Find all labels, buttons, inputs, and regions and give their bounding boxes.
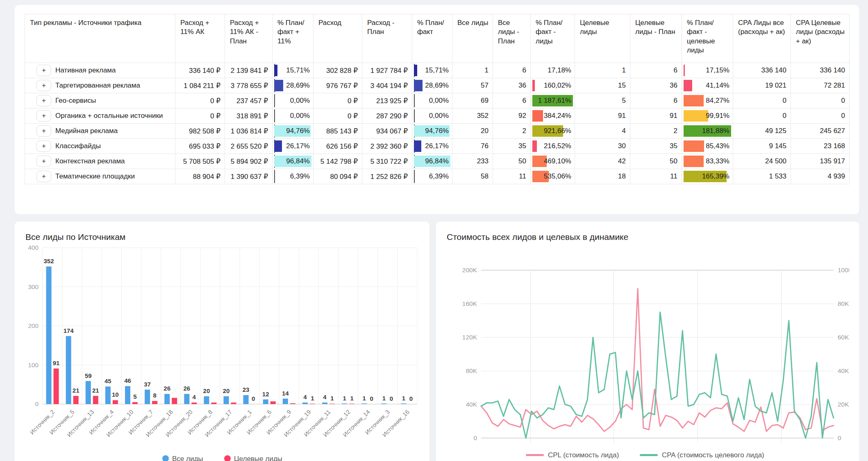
percent-value: 15,71%	[286, 63, 310, 78]
expand-row-button[interactable]: +	[36, 65, 51, 76]
value-cell: 4	[575, 124, 630, 139]
value-cell: 336 140 ₽	[175, 63, 225, 78]
column-header-14[interactable]: CPA Целевые лиды (расходы + ак)	[791, 14, 850, 63]
value-cell: 352	[452, 108, 493, 124]
value-cell: 91	[630, 108, 682, 124]
percent-value: 41,14%	[706, 78, 729, 93]
expand-row-button[interactable]: +	[36, 125, 51, 137]
percent-value: 0,00%	[429, 93, 449, 108]
bar-value-label: 4	[193, 393, 196, 400]
value-cell: 885 143 ₽	[314, 124, 362, 139]
column-header-4[interactable]: Расход	[314, 14, 362, 63]
bar-value-label: 1	[330, 395, 334, 402]
value-cell: 336 140	[733, 63, 791, 78]
value-cell: 5	[575, 93, 630, 108]
bar-all-leads	[105, 386, 111, 404]
right-axis-tick: 60K	[838, 334, 849, 341]
column-header-7[interactable]: Все лиды	[452, 14, 493, 63]
value-cell: 0	[791, 108, 850, 124]
percent-cell: 83,33%	[682, 154, 733, 169]
summary-table-card: Тип рекламы - Источники трафикаРасход + …	[15, 5, 859, 214]
legend-swatch-cpl[interactable]	[526, 454, 544, 456]
bar-target-leads	[310, 404, 315, 404]
bar-value-label: 1	[402, 395, 405, 402]
value-cell: 2 655 520 ₽	[225, 139, 273, 154]
leads-by-source-chart: 010020030040035291Источник_217421Источни…	[25, 243, 420, 461]
cell-bar	[274, 65, 277, 76]
legend-item-target-leads[interactable]: Целевые лиды	[234, 455, 282, 461]
bar-value-label: 91	[53, 359, 60, 366]
lead-cost-dynamics-chart: 200K100K160K80K120K60K80K40K40K20K00CPL …	[446, 243, 849, 461]
legend-swatch-cpa[interactable]	[640, 454, 658, 456]
bar-all-leads	[361, 404, 367, 405]
value-cell: 2 392 360 ₽	[362, 139, 412, 154]
column-header-6[interactable]: % План/факт	[412, 14, 452, 63]
expand-row-button[interactable]: +	[36, 80, 51, 91]
legend-item-cpa[interactable]: CPA (стоимость целевого лида)	[662, 451, 764, 459]
percent-cell: 17,18%	[531, 63, 575, 78]
column-header-12[interactable]: % План/факт - целевые лиды	[682, 14, 733, 63]
value-cell: 23 168	[791, 139, 850, 154]
legend-dot-target-leads[interactable]	[224, 455, 231, 461]
y-axis-tick: 300	[28, 283, 39, 290]
percent-value: 216,52%	[544, 139, 571, 154]
percent-cell: 216,52%	[531, 139, 575, 154]
column-header-11[interactable]: Целевые лиды - План	[630, 14, 682, 63]
left-axis-tick: 0	[473, 434, 477, 441]
percent-cell: 94,76%	[412, 124, 452, 139]
bar-value-label: 10	[112, 391, 119, 398]
expand-row-button[interactable]: +	[36, 140, 51, 152]
cell-bar	[684, 80, 692, 91]
line-chart-title: Стоимость всех лидов и целевых в динамик…	[436, 221, 859, 242]
column-header-0[interactable]: Тип рекламы - Источники трафика	[25, 14, 175, 63]
y-axis-tick: 100	[28, 362, 39, 368]
expand-row-button[interactable]: +	[36, 171, 51, 182]
legend-item-cpl[interactable]: CPL (стоимость лида)	[548, 451, 619, 459]
table-row: +Тематические площадки88 904 ₽1 390 637 …	[25, 169, 850, 184]
column-header-1[interactable]: Расход + 11% АК	[175, 14, 225, 63]
bar-value-label: 26	[164, 385, 170, 392]
bar-value-label: 8	[153, 392, 156, 399]
percent-value: 85,43%	[706, 139, 729, 154]
value-cell: 287 290 ₽	[362, 108, 412, 124]
percent-cell: 469,10%	[531, 154, 575, 169]
value-cell: 88 904 ₽	[175, 169, 225, 184]
value-cell: 626 156 ₽	[314, 139, 362, 154]
percent-value: 384,24%	[544, 108, 571, 123]
percent-cell: 6,39%	[412, 169, 452, 184]
legend-item-all-leads[interactable]: Все лиды	[172, 455, 203, 461]
percent-cell: 165,39%	[682, 169, 733, 184]
value-cell: 50	[630, 154, 682, 169]
cell-bar	[414, 65, 417, 76]
percent-cell: 6,39%	[273, 169, 314, 184]
column-header-8[interactable]: Все лиды - План	[493, 14, 531, 63]
column-header-5[interactable]: Расход - План	[362, 14, 412, 63]
column-header-13[interactable]: CPA Лиды все (расходы + ак)	[733, 14, 791, 63]
value-cell: 6	[630, 63, 682, 78]
table-row: +Органика + остальные источники0 ₽318 89…	[25, 108, 850, 124]
value-cell: 36	[630, 78, 682, 93]
value-cell: 976 767 ₽	[314, 78, 362, 93]
legend-dot-all-leads[interactable]	[162, 455, 169, 461]
percent-cell: 0,00%	[412, 108, 452, 124]
percent-value: 17,18%	[548, 63, 571, 78]
expand-row-button[interactable]: +	[36, 156, 51, 167]
value-cell: 934 067 ₽	[362, 124, 412, 139]
percent-cell: 15,71%	[412, 63, 452, 78]
percent-value: 921,66%	[544, 124, 571, 138]
expand-row-button[interactable]: +	[36, 110, 51, 122]
bar-value-label: 174	[64, 327, 74, 334]
bar-value-label: 20	[223, 387, 230, 394]
bar-target-leads	[172, 398, 177, 404]
bar-value-label: 37	[144, 381, 151, 388]
expand-row-button[interactable]: +	[36, 95, 51, 106]
column-header-2[interactable]: Расход + 11% АК - План	[225, 14, 273, 63]
value-cell: 5 708 505 ₽	[175, 154, 225, 169]
column-header-10[interactable]: Целевые лиды	[575, 14, 630, 63]
column-header-3[interactable]: % План/факт + 11%	[273, 14, 314, 63]
column-header-9[interactable]: % План/факт - лиды	[531, 14, 575, 63]
cell-bar	[532, 140, 537, 152]
percent-value: 96,84%	[286, 154, 310, 169]
percent-value: 17,15%	[706, 63, 729, 78]
percent-cell: 15,71%	[273, 63, 314, 78]
